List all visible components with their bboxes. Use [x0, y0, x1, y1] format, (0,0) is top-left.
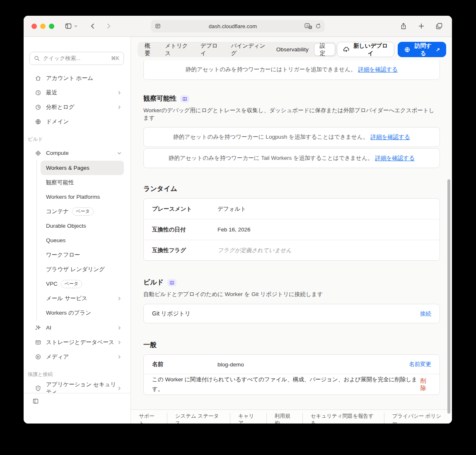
- shield-icon: [35, 385, 41, 392]
- cloud-upload-icon: [343, 46, 350, 53]
- sidebar-item-storage-databases[interactable]: ストレージとデータベース: [24, 335, 130, 349]
- tab-bindings[interactable]: バインディング: [225, 43, 271, 55]
- page-settings-icon[interactable]: [155, 23, 161, 29]
- sidebar-item-account-home[interactable]: アカウント ホーム: [24, 71, 130, 85]
- page-header: 概要 メトリクス デプロイ バインディング Observability 設定 新…: [131, 37, 452, 60]
- sidebar-item-label: ブラウザ レンダリング: [46, 266, 105, 273]
- sidebar-item-label: Queues: [46, 237, 65, 243]
- footer-link-system-status[interactable]: システム ステータス: [167, 413, 230, 424]
- footer-link-terms[interactable]: 利用規約: [266, 413, 302, 424]
- forward-button[interactable]: [105, 23, 112, 29]
- general-section-title: 一般: [143, 341, 440, 349]
- sidebar-item-label: Workers のプラン: [46, 309, 91, 317]
- storage-icon: [35, 339, 41, 346]
- settings-scroll-area[interactable]: 静的アセットのみを持つワーカーにはトリガーを追加できません。 詳細を確認する 観…: [131, 60, 452, 424]
- footer-link-support[interactable]: サポート: [131, 413, 167, 424]
- row-label: Git リポジトリ: [152, 310, 191, 318]
- new-deployment-button[interactable]: 新しいデプロイ: [337, 42, 394, 57]
- sidebar-item-domains[interactable]: ドメイン: [24, 114, 130, 129]
- button-label: 新しいデプロイ: [353, 42, 388, 57]
- triggers-notice-card: 静的アセットのみを持つワーカーにはトリガーを追加できません。 詳細を確認する: [143, 60, 440, 80]
- tab-overview-icon[interactable]: [435, 22, 443, 30]
- learn-more-link[interactable]: 詳細を確認する: [370, 133, 410, 141]
- zoom-window-button[interactable]: [49, 24, 54, 29]
- logpush-notice-card: 静的アセットのみを持つワーカーに Logpush を追加することはできません。 …: [143, 127, 440, 147]
- sidebar-item-queues[interactable]: Queues: [41, 233, 124, 248]
- sidebar-item-email-service[interactable]: メール サービス: [41, 291, 124, 306]
- footer-link-privacy[interactable]: プライバシー ポリシー: [384, 413, 452, 424]
- sidebar-item-workers-for-platforms[interactable]: Workers for Platforms: [41, 190, 124, 204]
- sidebar-item-workers-plans[interactable]: Workers のプラン: [41, 306, 124, 320]
- tab-metrics[interactable]: メトリクス: [159, 43, 195, 55]
- sidebar-item-label: コンテナ: [46, 208, 69, 215]
- sidebar-item-media[interactable]: メディア: [24, 349, 130, 364]
- tab-overview[interactable]: 概要: [139, 43, 159, 55]
- external-link-icon: ↗: [436, 47, 440, 53]
- sidebar-item-analytics-logs[interactable]: 分析とログ: [24, 100, 130, 114]
- tab-group-chevron-icon[interactable]: [74, 24, 78, 28]
- sidebar-item-label: 最近: [46, 89, 57, 96]
- visit-button[interactable]: 訪問する ↗: [398, 42, 446, 57]
- sidebar-item-ai[interactable]: AI: [24, 320, 130, 335]
- sidebar-item-compute[interactable]: Compute: [24, 146, 130, 160]
- row-value: Feb 16, 2026: [217, 226, 251, 233]
- close-window-button[interactable]: [31, 24, 37, 29]
- sidebar-item-label: Compute: [46, 150, 69, 156]
- search-icon: [34, 55, 40, 61]
- delete-link[interactable]: 削除: [420, 377, 431, 392]
- tab-bar: 概要 メトリクス デプロイ バインディング Observability 設定: [138, 42, 337, 57]
- browser-toolbar: dash.cloudflare.com A: [24, 16, 452, 37]
- notice-text: 静的アセットのみを持つワーカーに Logpush を追加することはできません。: [173, 133, 368, 141]
- connect-link[interactable]: 接続: [420, 310, 431, 318]
- sidebar-item-containers[interactable]: コンテナ ベータ: [41, 204, 124, 219]
- sidebar-item-observability[interactable]: 観察可能性: [41, 175, 124, 190]
- tab-settings[interactable]: 設定: [314, 43, 335, 56]
- tab-label: バインディング: [231, 42, 265, 57]
- chevron-right-icon: [117, 386, 121, 390]
- sidebar: クイック検索... ⌘K アカウント ホーム 最近 分析: [24, 37, 131, 424]
- tab-label: 設定: [320, 42, 329, 57]
- share-icon[interactable]: [400, 22, 407, 30]
- search-input[interactable]: クイック検索... ⌘K: [29, 52, 124, 65]
- button-label: 訪問する: [414, 42, 433, 57]
- row-value-placeholder: フラグが定義されていません: [217, 247, 292, 254]
- tab-observability[interactable]: Observability: [271, 43, 314, 55]
- collapse-sidebar-icon[interactable]: [32, 398, 39, 404]
- tab-label: 概要: [145, 42, 154, 57]
- learn-more-link[interactable]: 詳細を確認する: [375, 154, 415, 162]
- docs-book-icon[interactable]: [180, 95, 189, 103]
- sidebar-item-durable-objects[interactable]: Durable Objects: [41, 219, 124, 233]
- minimize-window-button[interactable]: [40, 24, 46, 29]
- footer-link-careers[interactable]: キャリア: [230, 413, 266, 424]
- sidebar-item-browser-rendering[interactable]: ブラウザ レンダリング: [41, 262, 124, 277]
- tab-label: Observability: [276, 46, 309, 53]
- git-repository-card: Git リポジトリ 接続: [143, 304, 440, 323]
- reload-icon[interactable]: [315, 23, 321, 29]
- sidebar-group-protect: 保護と接続: [28, 371, 130, 378]
- chevron-right-icon: [117, 326, 121, 330]
- scrollbar-thumb[interactable]: [447, 179, 450, 414]
- footer-link-report-security[interactable]: セキュリティ問題を報告する: [302, 413, 384, 424]
- new-tab-icon[interactable]: [418, 22, 425, 30]
- section-title-text: 一般: [143, 341, 157, 349]
- rename-link[interactable]: 名前変更: [409, 361, 431, 368]
- runtime-card: プレースメント デフォルト 互換性の日付 Feb 16, 2026 互換性フラグ…: [143, 198, 440, 261]
- row-label: 互換性フラグ: [152, 247, 217, 254]
- sidebar-item-application-security[interactable]: アプリケーション セキュリティ: [24, 381, 130, 393]
- sidebar-item-label: アプリケーション セキュリティ: [46, 381, 117, 393]
- learn-more-link[interactable]: 詳細を確認する: [358, 66, 398, 73]
- translate-icon[interactable]: A: [304, 23, 312, 29]
- sidebar-toggle-icon[interactable]: [65, 22, 72, 30]
- tab-deployments[interactable]: デプロイ: [195, 43, 226, 55]
- sidebar-item-workflows[interactable]: ワークフロー: [41, 248, 124, 262]
- back-button[interactable]: [89, 23, 96, 29]
- sidebar-item-recent[interactable]: 最近: [24, 85, 130, 100]
- globe-icon: [404, 46, 411, 53]
- row-label: 互換性の日付: [152, 226, 217, 234]
- main-content: 概要 メトリクス デプロイ バインディング Observability 設定 新…: [131, 37, 452, 424]
- address-bar[interactable]: dash.cloudflare.com A: [151, 20, 325, 32]
- docs-book-icon[interactable]: [167, 279, 176, 286]
- sidebar-footer: [24, 393, 130, 424]
- sidebar-item-workers-pages[interactable]: Workers & Pages: [41, 161, 124, 175]
- sidebar-item-vpc[interactable]: VPC ベータ: [41, 277, 124, 291]
